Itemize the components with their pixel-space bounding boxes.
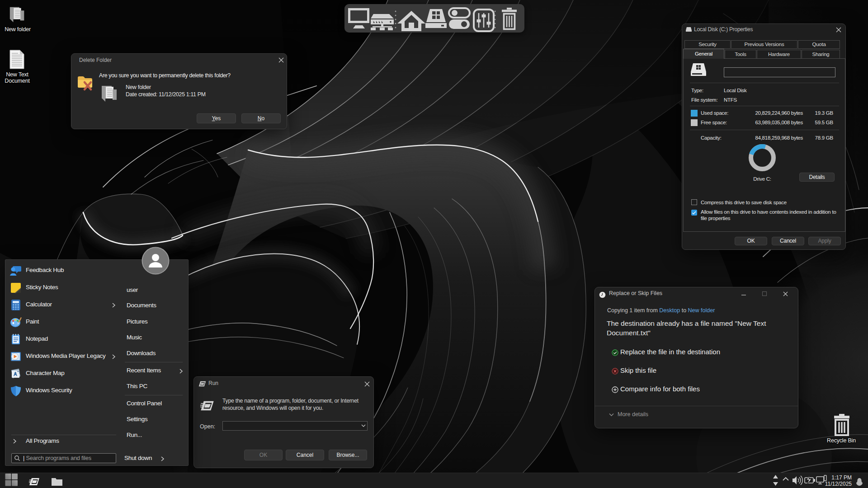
svg-text:1:17 PM: 1:17 PM [831,474,852,481]
svg-text:11/12/2025: 11/12/2025 [825,481,852,487]
